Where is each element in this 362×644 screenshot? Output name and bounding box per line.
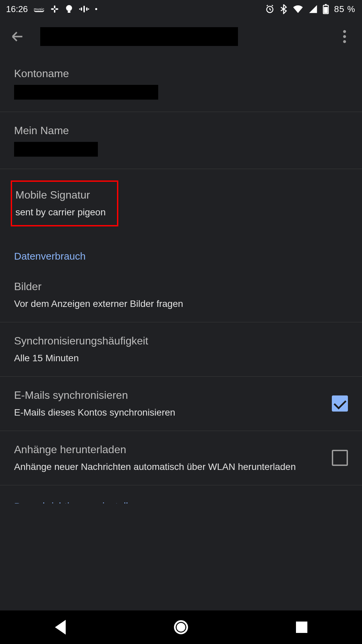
more-vert-icon xyxy=(343,30,346,43)
setting-title: Bilder xyxy=(14,279,348,294)
svg-rect-5 xyxy=(68,11,70,13)
svg-rect-14 xyxy=(324,7,327,13)
setting-title: E-Mails synchronisieren xyxy=(14,388,324,402)
account-name-redacted xyxy=(14,85,158,100)
back-arrow-icon xyxy=(10,29,25,44)
svg-point-9 xyxy=(79,8,80,10)
annotation-highlight: Mobile Signatur sent by carrier pigeon xyxy=(11,180,118,226)
signal-icon xyxy=(309,5,317,13)
svg-rect-7 xyxy=(81,7,82,11)
podcasts-icon xyxy=(79,4,89,14)
download-attachments-checkbox[interactable] xyxy=(332,450,348,466)
triangle-back-icon xyxy=(55,620,66,635)
setting-title: Kontoname xyxy=(14,66,348,81)
navigation-bar xyxy=(0,610,362,644)
section-header-data-usage: Datenverbrauch xyxy=(0,238,362,268)
settings-list: Kontoname Mein Name Mobile Signatur sent… xyxy=(0,55,362,610)
clock: 16:26 xyxy=(6,4,28,14)
notification-dot-icon xyxy=(95,8,97,10)
nav-home-button[interactable] xyxy=(169,615,193,639)
svg-rect-3 xyxy=(55,8,58,10)
alarm-icon xyxy=(265,4,275,14)
square-recents-icon xyxy=(296,622,307,633)
bulb-icon xyxy=(65,4,73,14)
setting-subtitle: Alle 15 Minuten xyxy=(14,352,348,365)
svg-point-4 xyxy=(66,5,72,11)
svg-rect-2 xyxy=(51,8,54,10)
svg-rect-13 xyxy=(325,4,326,5)
svg-rect-1 xyxy=(54,10,55,13)
nav-back-button[interactable] xyxy=(48,615,72,639)
svg-rect-0 xyxy=(54,5,55,8)
svg-point-17 xyxy=(343,40,346,43)
setting-subtitle: Vor dem Anzeigen externer Bilder fragen xyxy=(14,298,348,310)
setting-title: Anhänge herunterladen xyxy=(14,442,324,457)
setting-subtitle: E-Mails dieses Kontos synchronisieren xyxy=(14,406,324,419)
setting-subtitle: Anhänge neuer Nachrichten automatisch üb… xyxy=(14,461,324,473)
battery-percent: 85 % xyxy=(334,4,355,14)
circle-home-icon xyxy=(174,620,188,634)
nav-recents-button[interactable] xyxy=(290,615,314,639)
svg-rect-6 xyxy=(83,6,85,12)
bluetooth-icon xyxy=(280,4,287,14)
music-icon: music xyxy=(34,7,44,11)
setting-sync-frequency[interactable]: Synchronisierungshäufigkeit Alle 15 Minu… xyxy=(0,322,362,377)
setting-mobile-signature[interactable]: Mobile Signatur sent by carrier pigeon xyxy=(0,169,362,238)
svg-point-15 xyxy=(343,30,346,33)
status-right: 85 % xyxy=(265,4,355,14)
setting-subtitle: sent by carrier pigeon xyxy=(15,206,106,219)
screen: 16:26 music xyxy=(0,0,362,644)
setting-title: Synchronisierungshäufigkeit xyxy=(14,334,348,348)
slack-icon xyxy=(50,5,59,13)
setting-title: Mein Name xyxy=(14,123,348,138)
page-title-redacted xyxy=(40,27,238,46)
svg-point-16 xyxy=(343,35,346,38)
setting-images[interactable]: Bilder Vor dem Anzeigen externer Bilder … xyxy=(0,268,362,322)
setting-download-attachments[interactable]: Anhänge herunterladen Anhänge neuer Nach… xyxy=(0,431,362,485)
svg-rect-8 xyxy=(86,7,87,11)
setting-sync-emails[interactable]: E-Mails synchronisieren E-Mails dieses K… xyxy=(0,377,362,431)
back-button[interactable] xyxy=(8,27,27,46)
status-left: 16:26 music xyxy=(6,4,97,14)
status-bar: 16:26 music xyxy=(0,0,362,18)
section-header-notifications: Benachrichtigungseinstellungen xyxy=(0,485,362,503)
setting-my-name[interactable]: Mein Name xyxy=(0,112,362,169)
my-name-redacted xyxy=(14,142,98,157)
sync-emails-checkbox[interactable] xyxy=(332,395,348,412)
setting-account-name[interactable]: Kontoname xyxy=(0,55,362,112)
setting-title: Mobile Signatur xyxy=(15,188,106,202)
app-bar xyxy=(0,18,362,55)
overflow-menu-button[interactable] xyxy=(335,27,354,46)
wifi-icon xyxy=(293,5,303,13)
battery-icon xyxy=(323,4,329,14)
svg-point-10 xyxy=(88,8,89,10)
